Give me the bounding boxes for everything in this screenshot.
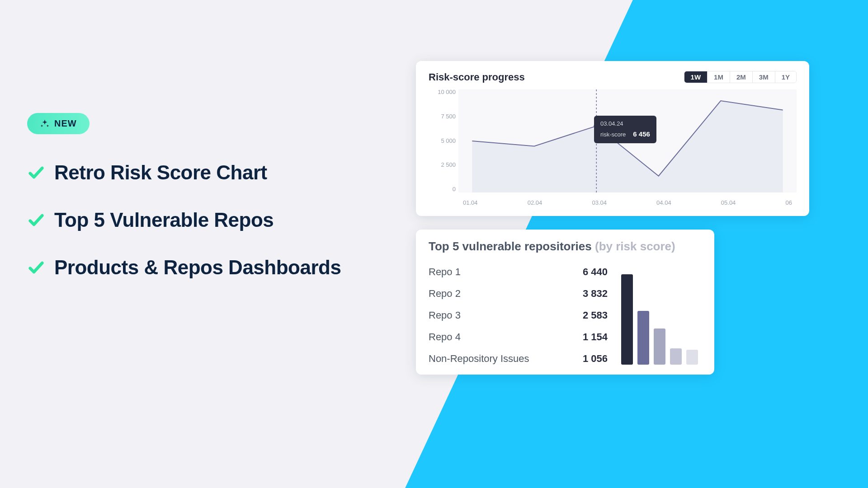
repo-name: Repo 3 (429, 310, 461, 321)
chart-tooltip: 03.04.24 risk-score 6 456 (594, 116, 656, 143)
bar[interactable] (686, 350, 698, 365)
tab-1w[interactable]: 1W (684, 71, 708, 83)
top-repos-card: Top 5 vulnerable repositories (by risk s… (416, 230, 714, 375)
table-row[interactable]: Repo 2 3 832 (429, 288, 608, 300)
time-range-tabs: 1W 1M 2M 3M 1Y (684, 71, 797, 83)
x-tick: 03.04 (592, 199, 607, 206)
chart-header: Risk-score progress 1W 1M 2M 3M 1Y (429, 71, 797, 83)
feature-item: Products & Repos Dashboards (27, 256, 398, 279)
y-axis: 10 000 7 500 5 000 2 500 0 (429, 89, 456, 192)
y-tick: 10 000 (429, 89, 456, 95)
sparkle-icon (40, 119, 50, 129)
top-repos-body: Repo 1 6 440 Repo 2 3 832 Repo 3 2 583 R… (429, 266, 702, 365)
tab-3m[interactable]: 3M (753, 71, 775, 83)
x-tick: 01.04 (463, 199, 478, 206)
repo-value: 6 440 (583, 266, 608, 278)
plot-area[interactable]: 03.04.24 risk-score 6 456 (458, 89, 797, 192)
tooltip-label: risk-score (600, 130, 626, 140)
y-tick: 7 500 (429, 113, 456, 120)
bar[interactable] (670, 348, 682, 365)
check-icon (27, 164, 45, 182)
tooltip-date: 03.04.24 (600, 119, 650, 129)
y-tick: 5 000 (429, 137, 456, 144)
top-repos-list: Repo 1 6 440 Repo 2 3 832 Repo 3 2 583 R… (429, 266, 608, 365)
repo-name: Repo 2 (429, 288, 461, 300)
bar[interactable] (637, 311, 649, 365)
x-tick: 06 (786, 199, 792, 206)
feature-label: Products & Repos Dashboards (54, 256, 341, 279)
tab-1m[interactable]: 1M (708, 71, 730, 83)
tab-1y[interactable]: 1Y (775, 71, 796, 83)
risk-score-chart-card: Risk-score progress 1W 1M 2M 3M 1Y 10 00… (416, 61, 809, 216)
chart-title: Risk-score progress (429, 71, 525, 83)
y-tick: 0 (429, 186, 456, 192)
new-badge-label: NEW (54, 118, 77, 129)
feature-promo-panel: NEW Retro Risk Score Chart Top 5 Vulnera… (27, 113, 398, 279)
repo-value: 1 154 (583, 331, 608, 343)
check-icon (27, 211, 45, 229)
repo-name: Non-Repository Issues (429, 353, 529, 365)
x-tick: 02.04 (528, 199, 542, 206)
feature-item: Retro Risk Score Chart (27, 161, 398, 184)
top-repos-title-main: Top 5 vulnerable repositories (429, 239, 592, 253)
x-tick: 05.04 (721, 199, 736, 206)
dashboard-cards: Risk-score progress 1W 1M 2M 3M 1Y 10 00… (416, 61, 809, 375)
table-row[interactable]: Repo 3 2 583 (429, 310, 608, 321)
feature-list: Retro Risk Score Chart Top 5 Vulnerable … (27, 161, 398, 279)
bar[interactable] (654, 328, 665, 365)
table-row[interactable]: Repo 4 1 154 (429, 331, 608, 343)
top-repos-title: Top 5 vulnerable repositories (by risk s… (429, 239, 702, 253)
new-badge: NEW (27, 113, 90, 134)
x-axis: 01.04 02.04 03.04 04.04 05.04 06 (458, 199, 797, 206)
table-row[interactable]: Repo 1 6 440 (429, 266, 608, 278)
repo-value: 1 056 (583, 353, 608, 365)
feature-label: Retro Risk Score Chart (54, 161, 267, 184)
x-tick: 04.04 (656, 199, 671, 206)
y-tick: 2 500 (429, 161, 456, 168)
top-repos-subtitle: (by risk score) (595, 239, 675, 253)
repo-value: 3 832 (583, 288, 608, 300)
repo-name: Repo 4 (429, 331, 461, 343)
tooltip-value: 6 456 (633, 129, 650, 140)
repo-name: Repo 1 (429, 266, 461, 278)
bar[interactable] (621, 274, 633, 365)
repo-value: 2 583 (583, 310, 608, 321)
check-icon (27, 258, 45, 277)
top-repos-bars (621, 274, 702, 365)
feature-label: Top 5 Vulnerable Repos (54, 209, 274, 231)
chart-body: 10 000 7 500 5 000 2 500 0 03.04.24 risk… (429, 89, 797, 206)
table-row[interactable]: Non-Repository Issues 1 056 (429, 353, 608, 365)
feature-item: Top 5 Vulnerable Repos (27, 209, 398, 231)
tab-2m[interactable]: 2M (730, 71, 753, 83)
